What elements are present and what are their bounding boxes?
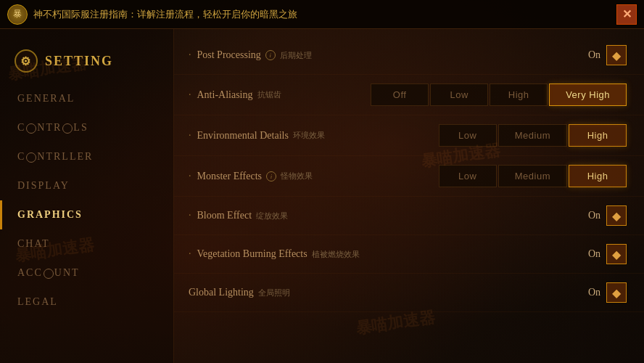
sidebar-item-graphics[interactable]: GRAPHICS: [0, 200, 173, 229]
banner-icon-text: 暴: [13, 8, 22, 20]
monster-label-cn: 怪物效果: [281, 171, 313, 182]
sidebar-item-general[interactable]: GENERAL: [0, 84, 173, 113]
environmental-options: Low Medium High: [439, 124, 627, 147]
setting-row-global-lighting: Global Lighting 全局照明 On ◆: [174, 274, 644, 312]
bloom-toggle: On ◆: [579, 205, 627, 226]
sidebar-label-chat: CHAT: [17, 238, 50, 249]
main-content: · Post Processing i 后期处理 On ◆ · Anti-Ali…: [174, 29, 644, 363]
environmental-high-btn[interactable]: High: [569, 124, 627, 147]
post-processing-label: · Post Processing i 后期处理: [189, 49, 579, 61]
setting-row-anti-aliasing: · Anti-Aliasing 抗锯齿 Off Low High Very Hi…: [174, 75, 644, 115]
environmental-label-cn: 环境效果: [293, 130, 325, 141]
sidebar-item-chat[interactable]: CHAT: [0, 229, 173, 258]
anti-aliasing-label-cn: 抗锯齿: [257, 89, 281, 100]
vegetation-toggle-btn[interactable]: ◆: [606, 244, 627, 264]
post-processing-value: On: [579, 49, 600, 61]
sidebar-label-controller: CNTRLLER: [17, 151, 93, 162]
bloom-label-cn: 绽放效果: [256, 211, 288, 221]
vegetation-label-en: Vegetation Burning Effects: [197, 248, 307, 260]
settings-title: SETTING: [45, 54, 113, 69]
bloom-label: · Bloom Effect 绽放效果: [189, 210, 579, 221]
setting-row-post-processing: · Post Processing i 后期处理 On ◆: [174, 36, 644, 75]
dot-4: ·: [189, 171, 191, 182]
post-processing-toggle: On ◆: [579, 45, 627, 65]
monster-label: · Monster Effects i 怪物效果: [189, 171, 439, 182]
sidebar-label-account: ACCUNT: [17, 267, 80, 278]
vegetation-value: On: [579, 248, 600, 260]
vegetation-label-cn: 植被燃烧效果: [312, 249, 360, 260]
global-lighting-toggle: On ◆: [579, 282, 627, 303]
sidebar-label-legal: LEGAL: [17, 296, 58, 307]
post-processing-label-cn: 后期处理: [280, 50, 312, 61]
bloom-label-en: Bloom Effect: [197, 210, 252, 221]
vegetation-toggle: On ◆: [579, 244, 627, 264]
sidebar-label-display: DISPLAY: [17, 180, 70, 191]
global-lighting-label-cn: 全局照明: [258, 287, 290, 298]
dot-5: ·: [189, 210, 191, 221]
controls-o2-icon: [62, 123, 73, 134]
settings-container: ⚙ SETTING GENERAL CNTRLS CNTRLLER DISPLA…: [0, 29, 644, 363]
setting-row-environmental: · Environmental Details 环境效果 Low Medium …: [174, 115, 644, 156]
global-lighting-toggle-btn[interactable]: ◆: [606, 282, 627, 303]
dot-2: ·: [189, 89, 191, 101]
post-processing-info-icon[interactable]: i: [265, 50, 276, 60]
sidebar-title: ⚙ SETTING: [0, 44, 173, 84]
sidebar-item-account[interactable]: ACCUNT: [0, 258, 173, 287]
anti-aliasing-label: · Anti-Aliasing 抗锯齿: [189, 89, 371, 101]
sidebar-item-legal[interactable]: LEGAL: [0, 287, 173, 317]
monster-options: Low Medium High: [439, 165, 627, 187]
sidebar-label-graphics: GRAPHICS: [17, 209, 83, 220]
dot-3: ·: [189, 130, 191, 142]
vegetation-label: · Vegetation Burning Effects 植被燃烧效果: [189, 248, 579, 260]
banner-icon: 暴: [7, 4, 28, 25]
sidebar-label-controls: CNTRLS: [17, 122, 88, 133]
banner-text: 神不朽国际服注册指南：详解注册流程，轻松开启你的暗黑之旅: [33, 8, 611, 21]
controller-o-icon: [26, 152, 36, 163]
global-lighting-label: Global Lighting 全局照明: [189, 287, 579, 298]
account-o-icon: [44, 269, 54, 279]
controls-o-icon: [26, 123, 36, 134]
anti-aliasing-low-btn[interactable]: Low: [430, 83, 488, 106]
global-lighting-label-en: Global Lighting: [189, 287, 254, 298]
monster-high-btn[interactable]: High: [569, 165, 627, 187]
bloom-toggle-btn[interactable]: ◆: [606, 205, 627, 226]
setting-row-bloom: · Bloom Effect 绽放效果 On ◆: [174, 197, 644, 235]
post-processing-toggle-btn[interactable]: ◆: [606, 45, 627, 65]
sidebar-label-general: GENERAL: [17, 93, 75, 104]
anti-aliasing-off-btn[interactable]: Off: [371, 83, 429, 106]
monster-label-en: Monster Effects: [197, 171, 263, 182]
setting-row-vegetation: · Vegetation Burning Effects 植被燃烧效果 On ◆: [174, 235, 644, 274]
banner-close-button[interactable]: ✕: [616, 4, 637, 25]
environmental-label: · Environmental Details 环境效果: [189, 130, 439, 142]
dot-1: ·: [189, 49, 191, 61]
dot-6: ·: [189, 248, 191, 260]
post-processing-label-en: Post Processing: [197, 49, 261, 61]
environmental-label-en: Environmental Details: [197, 130, 289, 142]
sidebar-item-controls[interactable]: CNTRLS: [0, 113, 173, 142]
global-lighting-value: On: [579, 287, 600, 298]
bloom-value: On: [579, 210, 600, 221]
sidebar-item-controller[interactable]: CNTRLLER: [0, 142, 173, 171]
top-banner: 暴 神不朽国际服注册指南：详解注册流程，轻松开启你的暗黑之旅 ✕: [0, 0, 644, 29]
anti-aliasing-veryhigh-btn[interactable]: Very High: [549, 83, 627, 106]
anti-aliasing-high-btn[interactable]: High: [490, 83, 548, 106]
monster-low-btn[interactable]: Low: [439, 165, 497, 187]
anti-aliasing-label-en: Anti-Aliasing: [197, 89, 253, 101]
environmental-low-btn[interactable]: Low: [439, 124, 497, 147]
sidebar-item-display[interactable]: DISPLAY: [0, 171, 173, 200]
sidebar: ⚙ SETTING GENERAL CNTRLS CNTRLLER DISPLA…: [0, 29, 174, 363]
anti-aliasing-options: Off Low High Very High: [371, 83, 627, 106]
monster-info-icon[interactable]: i: [266, 171, 276, 182]
setting-row-monster: · Monster Effects i 怪物效果 Low Medium High: [174, 156, 644, 197]
settings-gear-icon: ⚙: [15, 49, 38, 73]
environmental-medium-btn[interactable]: Medium: [498, 124, 567, 147]
monster-medium-btn[interactable]: Medium: [498, 165, 567, 187]
